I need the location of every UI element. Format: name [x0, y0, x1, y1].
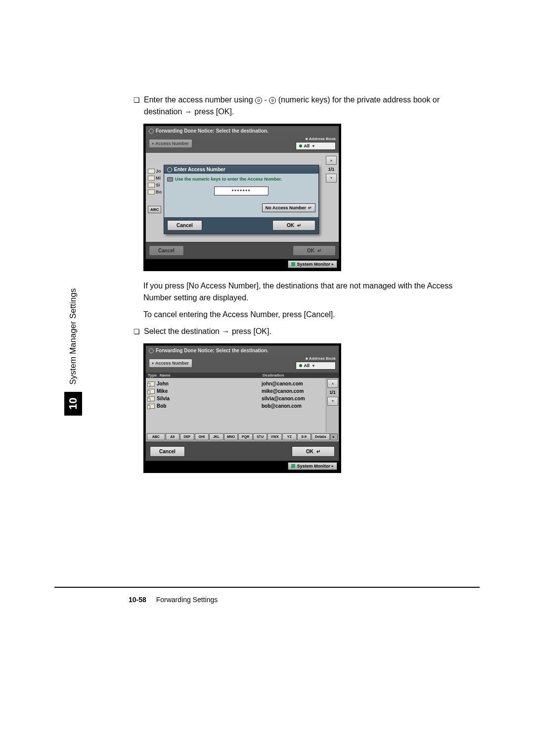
scroll-column: ▴ 1/1 ▾	[326, 378, 339, 432]
contact-icon	[148, 189, 155, 194]
contact-name: Mike	[157, 388, 260, 394]
cancel-button[interactable]: Cancel	[150, 446, 185, 457]
alpha-tab[interactable]: YZ	[282, 433, 297, 440]
cancel-button[interactable]: Cancel	[149, 245, 184, 256]
scroll-up-button[interactable]: ▴	[326, 156, 337, 165]
numeric-key-end-icon: 9	[269, 97, 276, 104]
instruction-text: Select the destination → press [OK].	[144, 326, 480, 337]
address-book-dropdown[interactable]: All ▼	[296, 142, 336, 150]
chevron-down-icon: ▼	[312, 144, 315, 148]
list-item: Si	[148, 183, 162, 188]
alpha-tab[interactable]: MNO	[224, 433, 238, 440]
contact-name: Bob	[157, 403, 260, 409]
screenshot-access-number-dialog: Forwarding Done Notice: Select the desti…	[143, 124, 341, 271]
modal-hint: Use the numeric keys to enter the Access…	[167, 177, 315, 182]
chevron-down-icon: ▼	[312, 364, 315, 368]
footer-button-row: Cancel OK ↵	[146, 441, 339, 461]
list-item: Bo	[148, 189, 162, 194]
page-indicator: 1/1	[328, 167, 335, 172]
contact-icon	[148, 381, 155, 386]
sidebar-chapter-tab: 10 System Manager Settings	[64, 288, 82, 416]
modal-ok-button[interactable]: OK ↵	[272, 220, 315, 231]
ok-button[interactable]: OK↵	[293, 245, 336, 256]
bottom-button-row: Cancel OK↵	[146, 242, 339, 259]
list-item[interactable]: Johnjohn@canon.com	[148, 380, 326, 387]
scroll-down-button[interactable]: ▾	[326, 174, 337, 183]
alpha-tab[interactable]: All	[166, 433, 180, 440]
contact-name: John	[157, 381, 260, 386]
access-number-modal: Enter Access Number Use the numeric keys…	[164, 165, 319, 234]
main-panel: Type Name Destination Johnjohn@canon.com…	[146, 373, 339, 441]
button-label: System Monitor	[297, 262, 330, 267]
screen-icon	[149, 348, 154, 353]
text-fragment: press [OK].	[232, 327, 271, 335]
explanation-paragraph: To cancel entering the Access Number, pr…	[143, 309, 480, 321]
alpha-tab[interactable]: DEF	[180, 433, 194, 440]
alpha-tab[interactable]: GHI	[195, 433, 209, 440]
return-icon: ↵	[317, 248, 321, 253]
scroll-up-button[interactable]: ▴	[327, 379, 338, 388]
chevron-right-icon: ▸	[152, 142, 154, 145]
alpha-tab[interactable]: ABC	[147, 433, 165, 440]
contact-destination: silvia@canon.com	[262, 396, 326, 401]
alpha-tab[interactable]: JKL	[209, 433, 223, 440]
contact-icon	[148, 176, 155, 181]
contact-icon	[148, 404, 155, 409]
arrow-icon: →	[184, 107, 192, 116]
list-item: Jo	[148, 169, 162, 174]
contact-icon	[148, 389, 155, 394]
button-label: OK	[287, 223, 294, 228]
abc-tab[interactable]: ABC	[148, 206, 161, 213]
address-book-dropdown[interactable]: All ▼	[296, 362, 336, 370]
chapter-number: 10	[64, 392, 82, 416]
alpha-tab[interactable]: STU	[253, 433, 267, 440]
dropdown-value: All	[304, 143, 310, 148]
system-monitor-button[interactable]: System Monitor ▸	[288, 462, 337, 470]
no-access-number-button[interactable]: No Access Number ↵	[262, 203, 315, 212]
status-dot-icon	[299, 364, 302, 367]
screen-title-bar: Forwarding Done Notice: Select the desti…	[146, 126, 339, 135]
toolbar: ▸ Access Number ■ Address Book All ▼	[146, 135, 339, 153]
system-monitor-button[interactable]: System Monitor ▸	[288, 260, 337, 268]
access-number-input[interactable]: *******	[214, 187, 268, 195]
instruction-select-destination: ❏ Select the destination → press [OK].	[134, 326, 480, 337]
access-number-button[interactable]: ▸ Access Number	[149, 139, 192, 148]
button-label: No Access Number	[266, 205, 306, 210]
chevron-right-icon: ▸	[332, 262, 334, 266]
footer-divider	[54, 587, 480, 588]
alpha-scroll-right[interactable]: ▸	[330, 433, 338, 440]
text-fragment: Select the destination	[144, 327, 222, 335]
details-button[interactable]: Details	[312, 433, 330, 440]
list-item: Mi	[148, 176, 162, 181]
dropdown-value: All	[304, 363, 310, 368]
screenshot-destination-list: Forwarding Done Notice: Select the desti…	[143, 343, 341, 473]
page-number: 10-58	[129, 596, 146, 604]
numeric-key-start-icon: 0	[255, 97, 262, 104]
alpha-tab[interactable]: VWX	[267, 433, 282, 440]
contact-icon	[148, 183, 155, 188]
alpha-tab[interactable]: PQR	[238, 433, 253, 440]
instruction-enter-access-number: ❏ Enter the access number using 0 - 9 (n…	[134, 94, 480, 118]
col-header-name: Name	[160, 373, 263, 378]
chevron-right-icon: ▸	[332, 464, 334, 468]
hint-text: Use the numeric keys to enter the Access…	[175, 177, 282, 182]
keypad-icon	[167, 177, 173, 182]
ok-button[interactable]: OK ↵	[292, 446, 335, 457]
list-item[interactable]: Silviasilvia@canon.com	[148, 395, 326, 402]
modal-cancel-button[interactable]: Cancel	[167, 220, 202, 231]
scroll-down-button[interactable]: ▾	[327, 397, 338, 406]
access-number-button[interactable]: ▸ Access Number	[149, 359, 192, 368]
screen-title-bar: Forwarding Done Notice: Select the desti…	[146, 346, 339, 354]
background-list: Jo Mi Si Bo	[148, 169, 162, 194]
contact-destination: john@canon.com	[262, 381, 326, 386]
address-book-selector: ■ Address Book All ▼	[296, 137, 336, 150]
alpha-tab[interactable]: 0-9	[297, 433, 312, 440]
text-fragment: Enter the access number using	[144, 95, 255, 104]
return-icon: ↵	[297, 223, 301, 228]
contact-name: Silvia	[157, 396, 260, 401]
contact-destination: mike@canon.com	[262, 388, 326, 394]
list-item[interactable]: Bobbob@canon.com	[148, 402, 326, 410]
instruction-text: Enter the access number using 0 - 9 (num…	[144, 94, 480, 118]
list-item[interactable]: Mikemike@canon.com	[148, 387, 326, 395]
address-book-label: Address Book	[309, 137, 336, 141]
